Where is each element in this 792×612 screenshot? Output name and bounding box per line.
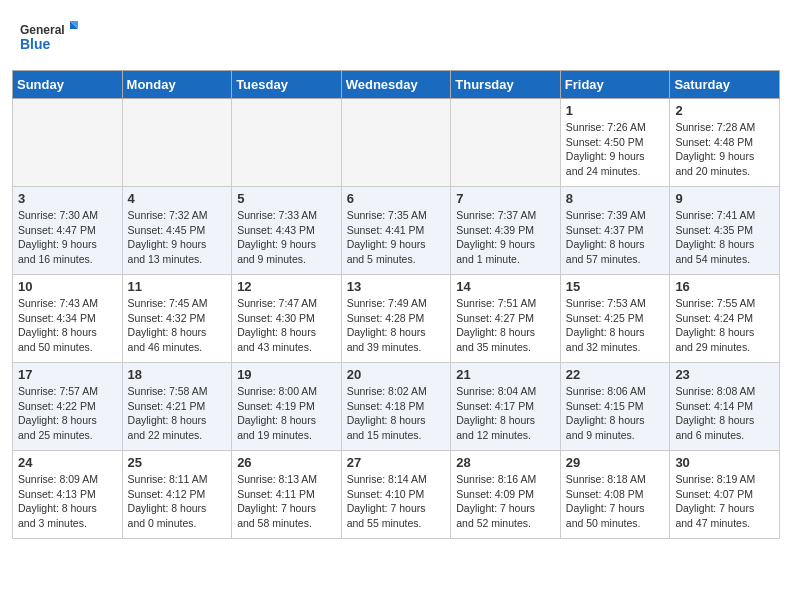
day-info: Sunrise: 7:26 AM Sunset: 4:50 PM Dayligh… [566, 120, 665, 179]
day-info: Sunrise: 7:28 AM Sunset: 4:48 PM Dayligh… [675, 120, 774, 179]
day-cell: 26Sunrise: 8:13 AM Sunset: 4:11 PM Dayli… [232, 451, 342, 539]
day-cell: 27Sunrise: 8:14 AM Sunset: 4:10 PM Dayli… [341, 451, 451, 539]
day-info: Sunrise: 7:51 AM Sunset: 4:27 PM Dayligh… [456, 296, 555, 355]
day-cell: 18Sunrise: 7:58 AM Sunset: 4:21 PM Dayli… [122, 363, 232, 451]
day-number: 21 [456, 367, 555, 382]
day-number: 17 [18, 367, 117, 382]
day-number: 18 [128, 367, 227, 382]
day-number: 7 [456, 191, 555, 206]
day-info: Sunrise: 7:58 AM Sunset: 4:21 PM Dayligh… [128, 384, 227, 443]
day-number: 26 [237, 455, 336, 470]
day-number: 5 [237, 191, 336, 206]
day-cell: 6Sunrise: 7:35 AM Sunset: 4:41 PM Daylig… [341, 187, 451, 275]
day-cell [13, 99, 123, 187]
day-info: Sunrise: 8:19 AM Sunset: 4:07 PM Dayligh… [675, 472, 774, 531]
week-row-4: 17Sunrise: 7:57 AM Sunset: 4:22 PM Dayli… [13, 363, 780, 451]
day-info: Sunrise: 7:49 AM Sunset: 4:28 PM Dayligh… [347, 296, 446, 355]
day-info: Sunrise: 8:00 AM Sunset: 4:19 PM Dayligh… [237, 384, 336, 443]
day-cell: 23Sunrise: 8:08 AM Sunset: 4:14 PM Dayli… [670, 363, 780, 451]
day-number: 1 [566, 103, 665, 118]
day-info: Sunrise: 8:04 AM Sunset: 4:17 PM Dayligh… [456, 384, 555, 443]
day-cell: 3Sunrise: 7:30 AM Sunset: 4:47 PM Daylig… [13, 187, 123, 275]
svg-text:General: General [20, 23, 65, 37]
day-info: Sunrise: 7:33 AM Sunset: 4:43 PM Dayligh… [237, 208, 336, 267]
header-wednesday: Wednesday [341, 71, 451, 99]
day-cell: 29Sunrise: 8:18 AM Sunset: 4:08 PM Dayli… [560, 451, 670, 539]
day-cell: 28Sunrise: 8:16 AM Sunset: 4:09 PM Dayli… [451, 451, 561, 539]
day-number: 2 [675, 103, 774, 118]
day-info: Sunrise: 7:53 AM Sunset: 4:25 PM Dayligh… [566, 296, 665, 355]
day-info: Sunrise: 7:55 AM Sunset: 4:24 PM Dayligh… [675, 296, 774, 355]
header-saturday: Saturday [670, 71, 780, 99]
day-number: 19 [237, 367, 336, 382]
header-monday: Monday [122, 71, 232, 99]
day-cell: 17Sunrise: 7:57 AM Sunset: 4:22 PM Dayli… [13, 363, 123, 451]
day-number: 4 [128, 191, 227, 206]
day-number: 20 [347, 367, 446, 382]
day-number: 3 [18, 191, 117, 206]
day-cell: 16Sunrise: 7:55 AM Sunset: 4:24 PM Dayli… [670, 275, 780, 363]
day-cell: 4Sunrise: 7:32 AM Sunset: 4:45 PM Daylig… [122, 187, 232, 275]
day-cell: 9Sunrise: 7:41 AM Sunset: 4:35 PM Daylig… [670, 187, 780, 275]
day-info: Sunrise: 8:16 AM Sunset: 4:09 PM Dayligh… [456, 472, 555, 531]
day-cell: 25Sunrise: 8:11 AM Sunset: 4:12 PM Dayli… [122, 451, 232, 539]
day-info: Sunrise: 8:18 AM Sunset: 4:08 PM Dayligh… [566, 472, 665, 531]
day-info: Sunrise: 8:13 AM Sunset: 4:11 PM Dayligh… [237, 472, 336, 531]
day-number: 22 [566, 367, 665, 382]
logo-icon: General Blue [20, 16, 80, 56]
day-number: 23 [675, 367, 774, 382]
day-info: Sunrise: 7:35 AM Sunset: 4:41 PM Dayligh… [347, 208, 446, 267]
day-cell: 19Sunrise: 8:00 AM Sunset: 4:19 PM Dayli… [232, 363, 342, 451]
day-number: 13 [347, 279, 446, 294]
day-cell [451, 99, 561, 187]
day-cell: 8Sunrise: 7:39 AM Sunset: 4:37 PM Daylig… [560, 187, 670, 275]
day-cell: 21Sunrise: 8:04 AM Sunset: 4:17 PM Dayli… [451, 363, 561, 451]
week-row-5: 24Sunrise: 8:09 AM Sunset: 4:13 PM Dayli… [13, 451, 780, 539]
day-cell [122, 99, 232, 187]
day-info: Sunrise: 7:43 AM Sunset: 4:34 PM Dayligh… [18, 296, 117, 355]
day-number: 25 [128, 455, 227, 470]
day-number: 10 [18, 279, 117, 294]
week-row-3: 10Sunrise: 7:43 AM Sunset: 4:34 PM Dayli… [13, 275, 780, 363]
day-cell: 30Sunrise: 8:19 AM Sunset: 4:07 PM Dayli… [670, 451, 780, 539]
day-number: 8 [566, 191, 665, 206]
day-cell [341, 99, 451, 187]
day-info: Sunrise: 8:06 AM Sunset: 4:15 PM Dayligh… [566, 384, 665, 443]
page-header: General Blue [0, 0, 792, 60]
day-cell: 13Sunrise: 7:49 AM Sunset: 4:28 PM Dayli… [341, 275, 451, 363]
day-info: Sunrise: 7:47 AM Sunset: 4:30 PM Dayligh… [237, 296, 336, 355]
day-number: 16 [675, 279, 774, 294]
logo: General Blue [20, 16, 80, 56]
calendar: SundayMondayTuesdayWednesdayThursdayFrid… [12, 70, 780, 539]
day-cell: 20Sunrise: 8:02 AM Sunset: 4:18 PM Dayli… [341, 363, 451, 451]
day-number: 30 [675, 455, 774, 470]
day-number: 11 [128, 279, 227, 294]
day-info: Sunrise: 8:08 AM Sunset: 4:14 PM Dayligh… [675, 384, 774, 443]
header-sunday: Sunday [13, 71, 123, 99]
day-info: Sunrise: 7:32 AM Sunset: 4:45 PM Dayligh… [128, 208, 227, 267]
day-cell: 12Sunrise: 7:47 AM Sunset: 4:30 PM Dayli… [232, 275, 342, 363]
day-info: Sunrise: 7:30 AM Sunset: 4:47 PM Dayligh… [18, 208, 117, 267]
day-number: 24 [18, 455, 117, 470]
day-cell: 5Sunrise: 7:33 AM Sunset: 4:43 PM Daylig… [232, 187, 342, 275]
day-cell: 11Sunrise: 7:45 AM Sunset: 4:32 PM Dayli… [122, 275, 232, 363]
day-number: 6 [347, 191, 446, 206]
day-info: Sunrise: 8:11 AM Sunset: 4:12 PM Dayligh… [128, 472, 227, 531]
day-info: Sunrise: 8:09 AM Sunset: 4:13 PM Dayligh… [18, 472, 117, 531]
day-number: 27 [347, 455, 446, 470]
day-info: Sunrise: 7:57 AM Sunset: 4:22 PM Dayligh… [18, 384, 117, 443]
day-info: Sunrise: 8:02 AM Sunset: 4:18 PM Dayligh… [347, 384, 446, 443]
header-thursday: Thursday [451, 71, 561, 99]
day-cell: 24Sunrise: 8:09 AM Sunset: 4:13 PM Dayli… [13, 451, 123, 539]
header-row: SundayMondayTuesdayWednesdayThursdayFrid… [13, 71, 780, 99]
day-number: 28 [456, 455, 555, 470]
day-number: 14 [456, 279, 555, 294]
day-cell [232, 99, 342, 187]
header-friday: Friday [560, 71, 670, 99]
day-cell: 15Sunrise: 7:53 AM Sunset: 4:25 PM Dayli… [560, 275, 670, 363]
week-row-2: 3Sunrise: 7:30 AM Sunset: 4:47 PM Daylig… [13, 187, 780, 275]
day-info: Sunrise: 7:45 AM Sunset: 4:32 PM Dayligh… [128, 296, 227, 355]
day-info: Sunrise: 8:14 AM Sunset: 4:10 PM Dayligh… [347, 472, 446, 531]
day-info: Sunrise: 7:37 AM Sunset: 4:39 PM Dayligh… [456, 208, 555, 267]
day-info: Sunrise: 7:39 AM Sunset: 4:37 PM Dayligh… [566, 208, 665, 267]
